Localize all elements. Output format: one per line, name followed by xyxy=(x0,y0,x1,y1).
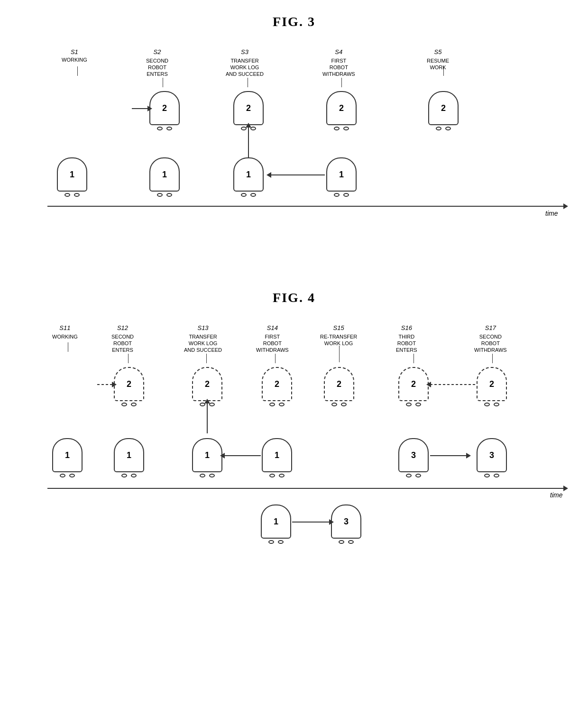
arrow-robot2-fig4-withdraw xyxy=(430,384,475,385)
step-s17-label: S17 SECONDROBOTWITHDRAWS xyxy=(474,324,507,354)
robot1-s1: 1 xyxy=(57,157,87,197)
step-s2-label: S2 SECONDROBOTENTERS xyxy=(146,48,168,78)
robot2-fig4-s14: 2 xyxy=(262,367,292,406)
arrow-robot2-enter xyxy=(132,108,148,109)
time-label-fig4: time xyxy=(550,491,562,499)
fig4-title: FIG. 4 xyxy=(28,290,560,305)
leader-s17 xyxy=(492,354,493,363)
leader-s5 xyxy=(443,66,444,76)
leader-s3 xyxy=(248,78,248,87)
robot1-fig4-s13: 1 xyxy=(192,438,222,477)
robot1-fig4-s14: 1 xyxy=(262,438,292,477)
page: FIG. 3 S1 WORKING S2 SECONDROBOTENTERS S… xyxy=(0,0,588,628)
fig3-diagram: S1 WORKING S2 SECONDROBOTENTERS S3 TRANS… xyxy=(28,44,560,262)
step-s14-label: S14 FIRSTROBOTWITHDRAWS xyxy=(256,324,289,354)
leader-s14 xyxy=(275,354,276,363)
robot1-s4: 1 xyxy=(326,157,357,197)
step-s16-label: S16 THIRDROBOTENTERS xyxy=(396,324,417,354)
robot3-fig4-s16: 3 xyxy=(398,438,429,477)
step-s3-label: S3 TRANSFERWORK LOGAND SUCCEED xyxy=(226,48,264,78)
step-s1-label: S1 WORKING xyxy=(62,48,87,63)
leader-s12 xyxy=(128,354,129,363)
timeline-fig4 xyxy=(47,488,564,489)
robot3-fig4-s17: 3 xyxy=(477,438,507,477)
transfer-arrow xyxy=(248,127,249,157)
arrow-robot1-withdraw xyxy=(270,174,325,175)
robot2-fig4-s16: 2 xyxy=(398,367,429,406)
robot1-s2: 1 xyxy=(149,157,180,197)
leader-s4 xyxy=(341,78,342,87)
robot1-fig4-s11: 1 xyxy=(52,438,83,477)
fig4-diagram: S11 WORKING S12 SECONDROBOTENTERS S13 TR… xyxy=(28,320,560,585)
leader-s2 xyxy=(163,78,163,87)
arrow-robot2-fig4-enter xyxy=(97,384,113,385)
step-s11-label: S11 WORKING xyxy=(52,324,78,340)
arrow-robot1-fig4-withdraw xyxy=(224,455,261,456)
arrow-robot3-enter xyxy=(430,455,467,456)
robot2-s2: 2 xyxy=(149,91,180,130)
robot3-fig4-bottom: 3 xyxy=(331,504,361,544)
step-s15-label: S15 RE-TRANSFERWORK LOG xyxy=(320,324,357,347)
robot2-s4: 2 xyxy=(326,91,357,130)
robot1-fig4-bottom: 1 xyxy=(261,504,291,544)
robot2-s5: 2 xyxy=(428,91,459,130)
timeline-fig3 xyxy=(47,206,564,207)
step-s4-label: S4 FIRSTROBOTWITHDRAWS xyxy=(322,48,355,78)
fig3-title: FIG. 3 xyxy=(28,14,560,29)
robot1-s3: 1 xyxy=(233,157,264,197)
step-s12-label: S12 SECONDROBOTENTERS xyxy=(111,324,134,354)
step-s5-label: S5 RESUMEWORK xyxy=(427,48,449,71)
robot2-fig4-s12: 2 xyxy=(114,367,144,406)
arrow-r1-to-r3-bottom xyxy=(292,522,330,523)
leader-s13 xyxy=(206,354,207,363)
leader-s1 xyxy=(77,66,78,76)
step-s13-label: S13 TRANSFERWORK LOGAND SUCCEED xyxy=(184,324,222,354)
leader-s15 xyxy=(339,346,340,362)
robot1-fig4-s12: 1 xyxy=(114,438,144,477)
transfer-arrow-fig4-s13 xyxy=(207,403,208,433)
robot2-fig4-s15: 2 xyxy=(324,367,354,406)
leader-s11 xyxy=(68,342,68,352)
leader-s16 xyxy=(413,354,414,363)
time-label-fig3: time xyxy=(545,210,558,217)
robot2-fig4-s17: 2 xyxy=(477,367,507,406)
